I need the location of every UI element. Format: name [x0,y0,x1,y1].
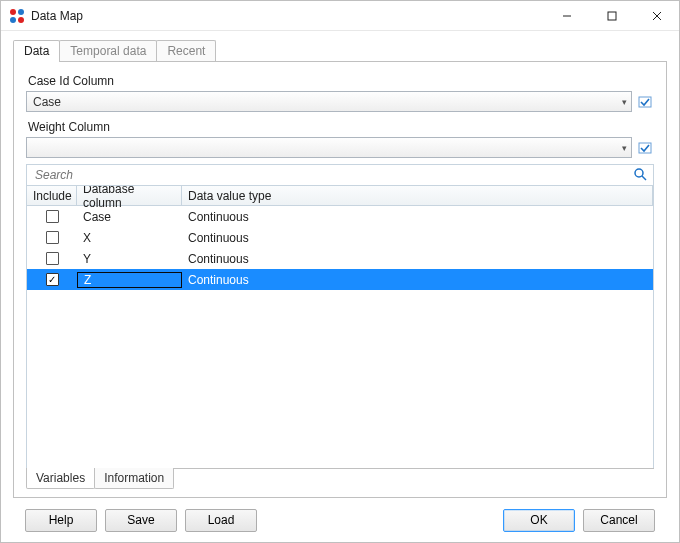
chevron-down-icon: ▾ [622,97,627,107]
weight-column-combo[interactable]: ▾ [26,137,632,158]
cell-db-column[interactable]: X [77,231,182,245]
save-button[interactable]: Save [105,509,177,532]
weight-column-label: Weight Column [28,120,654,134]
case-id-combo[interactable]: Case ▾ [26,91,632,112]
minimize-button[interactable] [544,1,589,30]
top-tabs: Data Temporal data Recent [13,39,667,62]
sub-tabs: Variables Information [26,468,654,489]
load-button[interactable]: Load [185,509,257,532]
include-checkbox[interactable]: ✓ [46,273,59,286]
cell-data-type[interactable]: Continuous [182,210,653,224]
search-icon[interactable] [633,167,647,184]
cell-include[interactable] [27,231,77,244]
cell-db-column[interactable]: Y [77,252,182,266]
chevron-down-icon: ▾ [622,143,627,153]
sub-tab-information[interactable]: Information [94,468,174,489]
svg-rect-9 [639,143,651,153]
ok-button[interactable]: OK [503,509,575,532]
titlebar: Data Map [1,1,679,31]
header-data-value-type[interactable]: Data value type [182,186,653,205]
tab-body: Case Id Column Case ▾ Weight Column ▾ [13,62,667,498]
help-button[interactable]: Help [25,509,97,532]
case-id-toggle-button[interactable] [636,91,654,112]
table-row[interactable]: YContinuous [27,248,653,269]
close-button[interactable] [634,1,679,30]
header-database-column[interactable]: Database column [77,186,182,205]
app-icon [9,8,25,24]
table-row[interactable]: CaseContinuous [27,206,653,227]
table-row[interactable]: XContinuous [27,227,653,248]
svg-point-10 [635,169,643,177]
content-area: Data Temporal data Recent Case Id Column… [1,31,679,542]
case-id-value: Case [33,95,61,109]
tab-recent[interactable]: Recent [156,40,216,62]
cell-include[interactable]: ✓ [27,273,77,286]
grid-header: Include Database column Data value type [27,186,653,206]
cell-include[interactable] [27,210,77,223]
header-include[interactable]: Include [27,186,77,205]
columns-grid: Include Database column Data value type … [26,186,654,469]
table-row[interactable]: ✓ZContinuous [27,269,653,290]
grid-body: CaseContinuousXContinuousYContinuous✓ZCo… [27,206,653,468]
window-title: Data Map [31,9,83,23]
svg-point-0 [10,9,16,15]
maximize-button[interactable] [589,1,634,30]
svg-rect-8 [639,97,651,107]
svg-point-3 [18,17,24,23]
cancel-button[interactable]: Cancel [583,509,655,532]
svg-rect-5 [608,12,616,20]
search-input[interactable] [33,167,633,183]
include-checkbox[interactable] [46,252,59,265]
cell-include[interactable] [27,252,77,265]
svg-point-1 [18,9,24,15]
cell-data-type[interactable]: Continuous [182,231,653,245]
include-checkbox[interactable] [46,231,59,244]
footer: Help Save Load OK Cancel [13,498,667,542]
include-checkbox[interactable] [46,210,59,223]
search-row [26,164,654,186]
svg-line-11 [642,176,646,180]
svg-point-2 [10,17,16,23]
cell-db-column[interactable]: Z [77,272,182,288]
tab-temporal-data[interactable]: Temporal data [59,40,157,62]
sub-tab-variables[interactable]: Variables [26,468,95,489]
cell-data-type[interactable]: Continuous [182,273,653,287]
tab-data[interactable]: Data [13,40,60,62]
window: Data Map Data Temporal data Recent Case … [0,0,680,543]
cell-db-column[interactable]: Case [77,210,182,224]
weight-column-toggle-button[interactable] [636,137,654,158]
case-id-label: Case Id Column [28,74,654,88]
cell-data-type[interactable]: Continuous [182,252,653,266]
